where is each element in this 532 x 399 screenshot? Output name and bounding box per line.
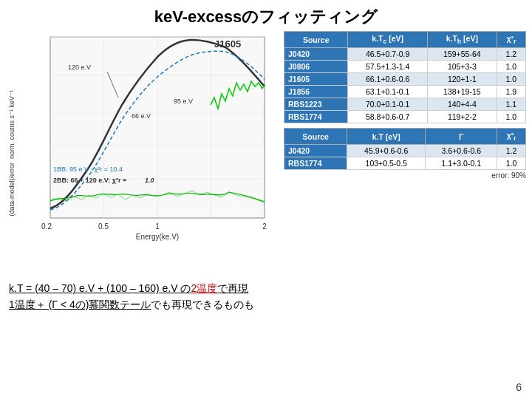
j1605-label: J1605 xyxy=(214,38,241,50)
svg-text:1.0: 1.0 xyxy=(145,177,154,184)
svg-text:0.5: 0.5 xyxy=(98,222,109,231)
cell-chi2: 1.2 xyxy=(497,145,526,157)
cell-chi2: 1.2 xyxy=(497,48,525,61)
cell-ktc: 46.5+0.7-0.9 xyxy=(348,48,427,61)
cell-chi2: 1.0 xyxy=(497,111,525,123)
bottom-text: k.T = (40 – 70) e.V + (100 – 160) e.V の2… xyxy=(9,281,523,313)
cell-kth: 120+1-1 xyxy=(427,73,497,86)
cell-kt: 103+0.5-0.5 xyxy=(347,157,426,170)
ev95-label: 95 e.V xyxy=(174,98,193,105)
table-row: RBS1223 70.0+0.1-0.1 140+4-4 1.1 xyxy=(284,98,526,111)
y-axis-label: (data-model)/error norm. coutns s⁻¹ keV⁻… xyxy=(9,90,22,216)
bottom-line2: 1温度＋ (Γ < 4の)冪関数テールでも再現できるものも xyxy=(9,297,523,313)
ev66-label: 66 e.V xyxy=(132,112,151,120)
t2-header-kt: k.T [eV] xyxy=(347,129,426,145)
page-number: 6 xyxy=(516,381,522,393)
cell-kth: 159+55-64 xyxy=(427,48,497,61)
cell-kth: 119+2-2 xyxy=(427,111,497,123)
cell-ktc: 66.1+0.6-0.6 xyxy=(348,73,427,86)
svg-text:1: 1 xyxy=(155,222,160,231)
cell-chi2: 1.1 xyxy=(497,98,525,111)
chart-area: (data-model)/error norm. coutns s⁻¹ keV⁻… xyxy=(6,31,279,275)
table2-body: J0420 45.9+0.6-0.6 3.6+0.6-0.6 1.2 RBS17… xyxy=(284,145,526,170)
cell-gamma: 1.1+3.0-0.1 xyxy=(426,157,497,170)
main-content: (data-model)/error norm. coutns s⁻¹ keV⁻… xyxy=(0,31,532,275)
table-row: J1605 66.1+0.6-0.6 120+1-1 1.0 xyxy=(284,73,526,86)
cell-chi2: 1.0 xyxy=(497,61,525,73)
cell-kth: 140+4-4 xyxy=(427,98,497,111)
cell-chi2: 1.9 xyxy=(497,86,525,98)
tables-container: Source k.Tc [eV] k.Th [eV] χ²r J0420 46.… xyxy=(284,31,526,275)
cell-kth: 105+3-3 xyxy=(427,61,497,73)
cell-kt: 45.9+0.6-0.6 xyxy=(347,145,426,157)
bottom-line1: k.T = (40 – 70) e.V + (100 – 160) e.V の2… xyxy=(9,281,523,297)
t2-header-gamma: Γ xyxy=(426,129,497,145)
t1-header-kth: k.Th [eV] xyxy=(427,32,497,48)
cell-kth: 138+19-15 xyxy=(427,86,497,98)
table-row: J0420 45.9+0.6-0.6 3.6+0.6-0.6 1.2 xyxy=(284,145,526,157)
chart-svg: J1605 120 e.V 66 e.V 95 e.V 1BB: 95 e.V … xyxy=(22,31,296,275)
cell-ktc: 57.5+1.3-1.4 xyxy=(348,61,427,73)
table-row: J0420 46.5+0.7-0.9 159+55-64 1.2 xyxy=(284,48,526,61)
svg-text:0.2: 0.2 xyxy=(41,222,52,231)
error-note: error: 90% xyxy=(284,171,526,180)
table-row: RBS1774 103+0.5-0.5 1.1+3.0-0.1 1.0 xyxy=(284,157,526,170)
x-axis-label: Energy(ke.V) xyxy=(136,233,179,241)
table1-body: J0420 46.5+0.7-0.9 159+55-64 1.2 J0806 5… xyxy=(284,48,526,123)
page-title: keV-excessのフィッティング xyxy=(0,0,532,31)
t2-header-chi2: χ²r xyxy=(497,129,526,145)
cell-ktc: 58.8+0.6-0.7 xyxy=(348,111,427,123)
fit1bb-label: 1BB: 95 e.V : χ²r = 10.4 xyxy=(53,166,123,173)
cell-chi2: 1.0 xyxy=(497,157,526,170)
svg-text:2: 2 xyxy=(262,222,267,231)
t1-header-ktc: k.Tc [eV] xyxy=(348,32,427,48)
table-row: J0806 57.5+1.3-1.4 105+3-3 1.0 xyxy=(284,61,526,73)
cell-chi2: 1.0 xyxy=(497,73,525,86)
cell-ktc: 70.0+0.1-0.1 xyxy=(348,98,427,111)
table2: Source k.T [eV] Γ χ²r J0420 45.9+0.6-0.6… xyxy=(284,128,526,170)
t1-header-chi2: χ²r xyxy=(497,32,525,48)
table-row: RBS1774 58.8+0.6-0.7 119+2-2 1.0 xyxy=(284,111,526,123)
cell-gamma: 3.6+0.6-0.6 xyxy=(426,145,497,157)
table1: Source k.Tc [eV] k.Th [eV] χ²r J0420 46.… xyxy=(284,31,526,123)
fit2bb-label: 2BB: 66 + 120 e.V: χ²r = xyxy=(53,177,126,184)
ev120-label: 120 e.V xyxy=(68,64,91,71)
cell-ktc: 63.1+0.1-0.1 xyxy=(348,86,427,98)
table-row: J1856 63.1+0.1-0.1 138+19-15 1.9 xyxy=(284,86,526,98)
